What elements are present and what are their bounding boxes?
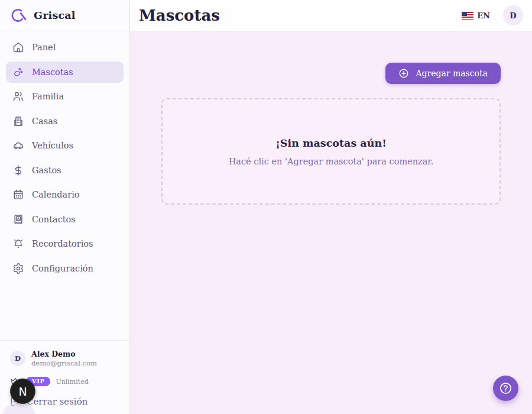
sidebar-item-gastos[interactable]: Gastos <box>6 160 124 181</box>
language-switcher[interactable]: EN <box>462 11 490 20</box>
sidebar: Griscal Panel <box>0 0 130 414</box>
griscal-logo-icon <box>10 7 28 24</box>
car-icon <box>12 140 24 151</box>
main-area: Mascotas EN D Agregar ma <box>130 0 532 414</box>
help-icon <box>499 381 512 395</box>
sidebar-item-vehiculos[interactable]: Vehículos <box>6 135 124 156</box>
contacts-book-icon <box>12 214 24 225</box>
sidebar-item-label: Vehículos <box>32 141 73 150</box>
user-avatar: D <box>10 351 25 366</box>
app-logo[interactable]: Griscal <box>0 0 129 31</box>
sidebar-item-configuracion[interactable]: Configuración <box>6 258 124 279</box>
sidebar-item-label: Recordatorios <box>32 239 93 248</box>
add-pet-label: Agregar mascota <box>416 69 488 78</box>
us-flag-icon <box>462 12 473 20</box>
app-window: Griscal Panel <box>0 0 532 414</box>
sidebar-item-label: Configuración <box>32 264 93 273</box>
paw-icon <box>12 66 24 78</box>
user-email: demo@griscal.com <box>31 359 97 367</box>
sidebar-item-contactos[interactable]: Contactos <box>6 209 124 230</box>
bell-icon <box>12 238 24 250</box>
home-icon <box>12 41 24 53</box>
gear-icon <box>12 263 24 274</box>
sidebar-item-label: Familia <box>32 92 64 101</box>
sidebar-item-casas[interactable]: Casas <box>6 111 124 132</box>
sidebar-item-label: Panel <box>32 43 56 52</box>
logout-label: Cerrar sesión <box>27 396 87 407</box>
sidebar-item-recordatorios[interactable]: Recordatorios <box>6 233 124 254</box>
toolbar: Agregar mascota <box>161 63 501 84</box>
add-pet-button[interactable]: Agregar mascota <box>385 63 501 84</box>
page-title: Mascotas <box>139 7 220 24</box>
sidebar-item-calendario[interactable]: Calendario <box>6 184 124 205</box>
sidebar-item-mascotas[interactable]: Mascotas <box>6 62 124 83</box>
empty-state-title: ¡Sin mascotas aún! <box>275 137 387 149</box>
users-icon <box>12 90 24 102</box>
sidebar-nav: Panel Mascotas <box>0 31 129 340</box>
sidebar-item-familia[interactable]: Familia <box>6 86 124 107</box>
plus-circle-icon <box>398 68 409 79</box>
sidebar-item-label: Gastos <box>32 166 61 175</box>
dollar-icon <box>12 164 24 176</box>
content: Agregar mascota ¡Sin mascotas aún! Hacé … <box>130 31 532 414</box>
plan-label: Unlimited <box>56 378 88 386</box>
help-button[interactable] <box>493 376 518 401</box>
sidebar-item-label: Mascotas <box>32 67 73 77</box>
empty-state: ¡Sin mascotas aún! Hacé clic en 'Agregar… <box>161 98 501 205</box>
topbar: Mascotas EN D <box>130 0 532 31</box>
app-name: Griscal <box>34 9 76 21</box>
empty-state-subtitle: Hacé clic en 'Agregar mascota' para come… <box>229 157 434 166</box>
language-label: EN <box>477 11 490 20</box>
user-profile[interactable]: D Alex Demo demo@griscal.com <box>10 350 119 367</box>
calendar-icon <box>12 189 24 200</box>
sidebar-item-label: Casas <box>32 117 57 126</box>
nextjs-dev-badge[interactable]: N <box>10 379 35 404</box>
sidebar-item-label: Calendario <box>32 190 80 199</box>
sidebar-item-panel[interactable]: Panel <box>6 37 124 58</box>
user-name: Alex Demo <box>31 350 97 359</box>
sidebar-item-label: Contactos <box>32 215 76 224</box>
header-avatar[interactable]: D <box>503 5 523 25</box>
building-icon <box>12 115 24 127</box>
